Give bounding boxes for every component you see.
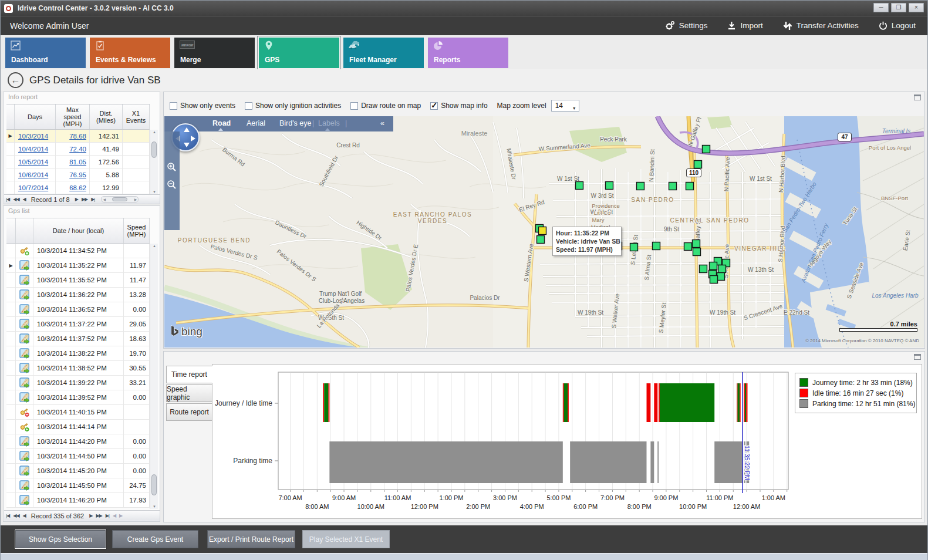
gps-marker[interactable] [669, 183, 677, 190]
gps-marker[interactable] [693, 248, 701, 256]
gps-marker[interactable] [703, 146, 710, 153]
map-maximize-icon[interactable] [914, 95, 921, 100]
tile-gps[interactable]: GPS [259, 38, 339, 68]
max-speed-link[interactable]: 72.40 [56, 143, 90, 156]
gps-marker[interactable] [718, 265, 726, 273]
map-toolbar-collapse[interactable]: « [380, 119, 384, 127]
gps-list-scrollbar[interactable]: ▲▼ [150, 244, 158, 509]
gps-list-row[interactable]: 10/3/2014 11:45:20 PM0.00 [6, 464, 150, 478]
gps-list-row[interactable]: 10/3/2014 11:39:52 PM0.00 [6, 390, 150, 405]
column-header[interactable]: Max speed (MPH) [56, 104, 90, 129]
day-link[interactable]: 10/6/2014 [15, 168, 56, 181]
close-button[interactable]: × [909, 3, 924, 12]
back-button[interactable]: ← [8, 72, 23, 88]
map-style-road[interactable]: Road [212, 119, 231, 127]
gps-marker[interactable] [700, 265, 707, 273]
map-zoom-select[interactable]: 14 [551, 100, 579, 112]
info-report-row[interactable]: ▶10/3/201478.68142.31 [6, 130, 150, 143]
gps-marker[interactable] [637, 183, 644, 190]
gps-marker-selected[interactable] [539, 227, 546, 235]
gps-marker[interactable] [694, 161, 702, 168]
column-header[interactable]: Date / hour (local) [33, 218, 124, 243]
day-link[interactable]: 10/7/2014 [15, 181, 56, 194]
gps-list-row[interactable]: 10/3/2014 11:38:22 PM19.70 [6, 346, 150, 361]
gps-list-row[interactable]: 10/3/2014 11:37:52 PM18.63 [6, 332, 150, 346]
gps-list-pager[interactable]: |◀◀◀◀ Record 335 of 362 ▶▶▶▶| ◀▶ [4, 510, 160, 521]
zoom-out-icon[interactable] [167, 180, 177, 190]
gps-list-row[interactable]: 10/3/2014 11:40:15 PM [6, 405, 150, 420]
column-header[interactable] [6, 218, 16, 243]
gps-marker[interactable] [684, 243, 692, 251]
gps-marker[interactable] [686, 183, 694, 190]
logout-button[interactable]: Logout [879, 21, 916, 30]
minimize-button[interactable]: ─ [873, 3, 889, 12]
max-speed-link[interactable]: 78.68 [56, 130, 90, 143]
tab-speed-graphic[interactable]: Speed graphic [166, 384, 212, 402]
info-report-row[interactable]: 10/5/201481.05172.56 [6, 156, 150, 168]
gps-marker[interactable] [630, 244, 638, 251]
gps-list-row[interactable]: 10/3/2014 11:34:52 PM [6, 244, 150, 258]
gps-list-row[interactable]: 10/3/2014 11:35:52 PM11.47 [6, 273, 150, 288]
zoom-in-icon[interactable] [167, 162, 177, 172]
chart-maximize-icon[interactable] [914, 354, 921, 360]
maximize-button[interactable]: ❐ [891, 3, 906, 12]
gps-list-row[interactable]: 10/3/2014 11:46:20 PM17.93 [6, 493, 150, 508]
gps-list-row[interactable]: 10/3/2014 11:45:50 PM24.75 [6, 478, 150, 493]
map-style-labels[interactable]: Labels [318, 119, 340, 127]
column-header[interactable]: Days [15, 104, 56, 129]
map-style-birdseye[interactable]: Bird's eye [279, 119, 312, 127]
gps-marker[interactable] [717, 273, 725, 281]
tile-merge[interactable]: MERGE Merge [174, 38, 255, 68]
max-speed-link[interactable]: 68.62 [56, 181, 90, 194]
info-report-row[interactable]: 10/7/201468.6212.99 [6, 181, 150, 194]
settings-button[interactable]: Settings [665, 21, 708, 31]
gps-marker[interactable] [653, 242, 660, 250]
checkbox-draw-route[interactable] [350, 102, 358, 110]
transfer-activities-button[interactable]: Transfer Activities [783, 21, 859, 31]
tile-reports[interactable]: Reports [428, 38, 508, 68]
gps-list-row[interactable]: 10/3/2014 11:36:22 PM13.28 [6, 288, 150, 302]
column-header[interactable] [16, 218, 33, 243]
column-header[interactable]: Speed (MPH) [124, 218, 150, 243]
gps-marker[interactable] [576, 182, 583, 190]
import-button[interactable]: Import [727, 21, 762, 30]
tile-fleet-manager[interactable]: Fleet Manager [343, 38, 424, 68]
checkbox-show-map-info[interactable] [430, 102, 438, 110]
info-report-scrollbar[interactable]: ▲▼ [150, 130, 158, 194]
gps-list-row[interactable]: ▶10/3/2014 11:35:22 PM11.97 [6, 258, 150, 273]
map-style-aerial[interactable]: Aerial [247, 119, 265, 127]
gps-list-row[interactable]: 10/3/2014 11:38:52 PM30.55 [6, 361, 150, 376]
gps-list-row[interactable]: 10/3/2014 11:44:14 PM [6, 420, 150, 434]
column-header[interactable]: Dist. (Miles) [90, 104, 123, 129]
play-selected-x1-event-button[interactable]: Play Selected X1 Event [302, 530, 390, 548]
info-report-pager[interactable]: |◀◀◀◀ Record 1 of 8 ▶▶▶▶| ◀▶ [4, 194, 160, 204]
max-speed-link[interactable]: 81.05 [56, 156, 90, 168]
column-header[interactable]: X1 Events [123, 104, 150, 129]
gps-marker[interactable] [537, 236, 545, 244]
info-report-row[interactable]: 10/4/201472.4041.49 [6, 143, 150, 156]
gps-list-row[interactable]: 10/3/2014 11:44:50 PM0.00 [6, 449, 150, 464]
gps-marker[interactable] [693, 240, 700, 248]
checkbox-show-only-events[interactable] [170, 102, 177, 110]
gps-list-row[interactable]: 10/3/2014 11:39:22 PM33.21 [6, 376, 150, 390]
max-speed-link[interactable]: 76.95 [56, 168, 90, 181]
day-link[interactable]: 10/5/2014 [15, 156, 56, 168]
create-gps-event-button[interactable]: Create Gps Event [112, 530, 198, 548]
day-link[interactable]: 10/3/2014 [15, 130, 56, 143]
gps-marker[interactable] [710, 276, 718, 284]
gps-list-row[interactable]: 10/3/2014 11:36:52 PM0.00 [6, 302, 150, 317]
column-header[interactable] [6, 104, 15, 129]
tab-route-report[interactable]: Route report [166, 403, 212, 421]
tab-time-report[interactable]: Time report [166, 366, 212, 383]
show-gps-selection-button[interactable]: Show Gps Selection [15, 530, 106, 548]
checkbox-show-only-ignition[interactable] [245, 102, 252, 110]
gps-list-row[interactable]: 10/3/2014 11:37:22 PM29.05 [6, 317, 150, 332]
tile-events-reviews[interactable]: Events & Reviews [90, 38, 170, 68]
day-link[interactable]: 10/4/2014 [15, 143, 56, 156]
info-report-row[interactable]: 10/6/201476.955.88 [6, 168, 150, 181]
map-viewport[interactable]: MiralestePeck ParkW Summerland AveCrest … [164, 116, 924, 348]
gps-list-row[interactable]: 10/3/2014 11:44:20 PM0.00 [6, 434, 150, 449]
gps-marker[interactable] [710, 262, 717, 270]
tile-dashboard[interactable]: Dashboard [5, 38, 86, 68]
gps-marker[interactable] [606, 182, 613, 190]
